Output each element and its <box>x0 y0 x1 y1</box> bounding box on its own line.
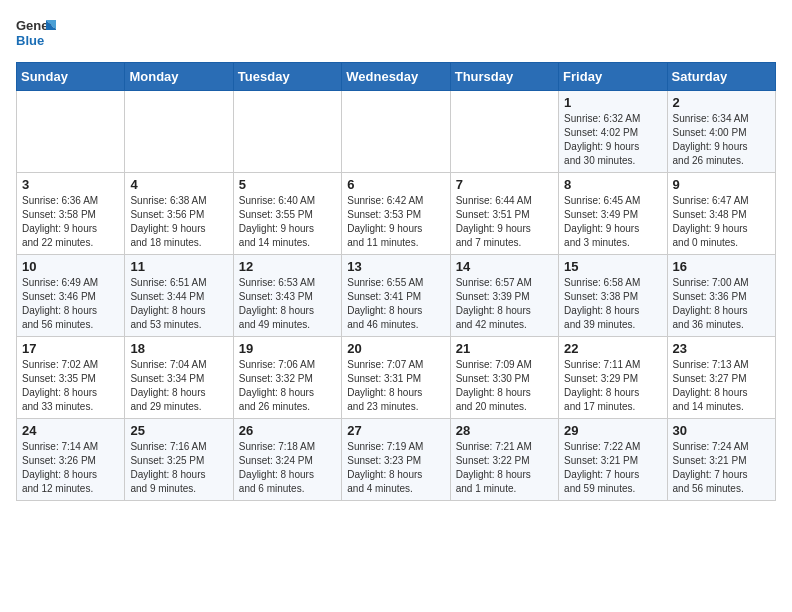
day-number: 26 <box>239 423 336 438</box>
day-info: Sunrise: 6:38 AMSunset: 3:56 PMDaylight:… <box>130 194 227 250</box>
day-number: 4 <box>130 177 227 192</box>
header-sunday: Sunday <box>17 63 125 91</box>
day-info: Sunrise: 7:04 AMSunset: 3:34 PMDaylight:… <box>130 358 227 414</box>
calendar-cell <box>125 91 233 173</box>
day-info: Sunrise: 7:02 AMSunset: 3:35 PMDaylight:… <box>22 358 119 414</box>
day-number: 23 <box>673 341 770 356</box>
calendar-cell <box>342 91 450 173</box>
calendar-cell: 6Sunrise: 6:42 AMSunset: 3:53 PMDaylight… <box>342 173 450 255</box>
day-number: 20 <box>347 341 444 356</box>
day-number: 28 <box>456 423 553 438</box>
calendar-cell: 15Sunrise: 6:58 AMSunset: 3:38 PMDayligh… <box>559 255 667 337</box>
calendar-cell: 17Sunrise: 7:02 AMSunset: 3:35 PMDayligh… <box>17 337 125 419</box>
calendar-cell <box>17 91 125 173</box>
header-saturday: Saturday <box>667 63 775 91</box>
day-number: 6 <box>347 177 444 192</box>
day-number: 3 <box>22 177 119 192</box>
day-info: Sunrise: 6:55 AMSunset: 3:41 PMDaylight:… <box>347 276 444 332</box>
day-info: Sunrise: 6:44 AMSunset: 3:51 PMDaylight:… <box>456 194 553 250</box>
header-thursday: Thursday <box>450 63 558 91</box>
calendar-cell: 19Sunrise: 7:06 AMSunset: 3:32 PMDayligh… <box>233 337 341 419</box>
day-number: 2 <box>673 95 770 110</box>
calendar-cell: 8Sunrise: 6:45 AMSunset: 3:49 PMDaylight… <box>559 173 667 255</box>
day-number: 25 <box>130 423 227 438</box>
day-info: Sunrise: 7:22 AMSunset: 3:21 PMDaylight:… <box>564 440 661 496</box>
day-info: Sunrise: 6:42 AMSunset: 3:53 PMDaylight:… <box>347 194 444 250</box>
calendar-cell: 7Sunrise: 6:44 AMSunset: 3:51 PMDaylight… <box>450 173 558 255</box>
calendar-cell: 23Sunrise: 7:13 AMSunset: 3:27 PMDayligh… <box>667 337 775 419</box>
calendar-cell: 3Sunrise: 6:36 AMSunset: 3:58 PMDaylight… <box>17 173 125 255</box>
day-number: 21 <box>456 341 553 356</box>
day-number: 17 <box>22 341 119 356</box>
logo: General Blue <box>16 16 56 52</box>
day-info: Sunrise: 7:09 AMSunset: 3:30 PMDaylight:… <box>456 358 553 414</box>
day-number: 22 <box>564 341 661 356</box>
day-number: 7 <box>456 177 553 192</box>
calendar-cell: 22Sunrise: 7:11 AMSunset: 3:29 PMDayligh… <box>559 337 667 419</box>
calendar-cell: 16Sunrise: 7:00 AMSunset: 3:36 PMDayligh… <box>667 255 775 337</box>
day-info: Sunrise: 6:47 AMSunset: 3:48 PMDaylight:… <box>673 194 770 250</box>
day-number: 29 <box>564 423 661 438</box>
calendar-cell <box>233 91 341 173</box>
day-info: Sunrise: 7:21 AMSunset: 3:22 PMDaylight:… <box>456 440 553 496</box>
day-info: Sunrise: 7:00 AMSunset: 3:36 PMDaylight:… <box>673 276 770 332</box>
day-number: 8 <box>564 177 661 192</box>
day-number: 11 <box>130 259 227 274</box>
day-info: Sunrise: 7:14 AMSunset: 3:26 PMDaylight:… <box>22 440 119 496</box>
day-info: Sunrise: 7:18 AMSunset: 3:24 PMDaylight:… <box>239 440 336 496</box>
day-number: 16 <box>673 259 770 274</box>
logo-svg: General Blue <box>16 16 56 52</box>
calendar-cell: 5Sunrise: 6:40 AMSunset: 3:55 PMDaylight… <box>233 173 341 255</box>
svg-text:Blue: Blue <box>16 33 44 48</box>
calendar-week-5: 24Sunrise: 7:14 AMSunset: 3:26 PMDayligh… <box>17 419 776 501</box>
calendar-cell: 1Sunrise: 6:32 AMSunset: 4:02 PMDaylight… <box>559 91 667 173</box>
day-number: 9 <box>673 177 770 192</box>
day-number: 30 <box>673 423 770 438</box>
calendar-cell: 18Sunrise: 7:04 AMSunset: 3:34 PMDayligh… <box>125 337 233 419</box>
header-tuesday: Tuesday <box>233 63 341 91</box>
calendar-cell: 9Sunrise: 6:47 AMSunset: 3:48 PMDaylight… <box>667 173 775 255</box>
day-number: 12 <box>239 259 336 274</box>
day-info: Sunrise: 6:45 AMSunset: 3:49 PMDaylight:… <box>564 194 661 250</box>
calendar-cell: 10Sunrise: 6:49 AMSunset: 3:46 PMDayligh… <box>17 255 125 337</box>
day-number: 5 <box>239 177 336 192</box>
calendar-cell: 25Sunrise: 7:16 AMSunset: 3:25 PMDayligh… <box>125 419 233 501</box>
day-info: Sunrise: 6:51 AMSunset: 3:44 PMDaylight:… <box>130 276 227 332</box>
calendar-cell: 4Sunrise: 6:38 AMSunset: 3:56 PMDaylight… <box>125 173 233 255</box>
calendar-cell: 30Sunrise: 7:24 AMSunset: 3:21 PMDayligh… <box>667 419 775 501</box>
day-info: Sunrise: 6:36 AMSunset: 3:58 PMDaylight:… <box>22 194 119 250</box>
calendar-cell: 29Sunrise: 7:22 AMSunset: 3:21 PMDayligh… <box>559 419 667 501</box>
calendar-cell: 14Sunrise: 6:57 AMSunset: 3:39 PMDayligh… <box>450 255 558 337</box>
day-info: Sunrise: 7:13 AMSunset: 3:27 PMDaylight:… <box>673 358 770 414</box>
day-info: Sunrise: 7:19 AMSunset: 3:23 PMDaylight:… <box>347 440 444 496</box>
day-info: Sunrise: 6:40 AMSunset: 3:55 PMDaylight:… <box>239 194 336 250</box>
calendar-cell: 2Sunrise: 6:34 AMSunset: 4:00 PMDaylight… <box>667 91 775 173</box>
day-number: 19 <box>239 341 336 356</box>
day-info: Sunrise: 6:49 AMSunset: 3:46 PMDaylight:… <box>22 276 119 332</box>
day-number: 27 <box>347 423 444 438</box>
calendar-cell: 27Sunrise: 7:19 AMSunset: 3:23 PMDayligh… <box>342 419 450 501</box>
day-number: 18 <box>130 341 227 356</box>
header-wednesday: Wednesday <box>342 63 450 91</box>
day-info: Sunrise: 7:06 AMSunset: 3:32 PMDaylight:… <box>239 358 336 414</box>
calendar-cell: 13Sunrise: 6:55 AMSunset: 3:41 PMDayligh… <box>342 255 450 337</box>
calendar-week-1: 1Sunrise: 6:32 AMSunset: 4:02 PMDaylight… <box>17 91 776 173</box>
day-info: Sunrise: 6:34 AMSunset: 4:00 PMDaylight:… <box>673 112 770 168</box>
calendar-week-2: 3Sunrise: 6:36 AMSunset: 3:58 PMDaylight… <box>17 173 776 255</box>
day-number: 13 <box>347 259 444 274</box>
day-number: 10 <box>22 259 119 274</box>
calendar-cell: 24Sunrise: 7:14 AMSunset: 3:26 PMDayligh… <box>17 419 125 501</box>
header-monday: Monday <box>125 63 233 91</box>
day-number: 24 <box>22 423 119 438</box>
calendar-week-3: 10Sunrise: 6:49 AMSunset: 3:46 PMDayligh… <box>17 255 776 337</box>
day-number: 15 <box>564 259 661 274</box>
header-friday: Friday <box>559 63 667 91</box>
day-info: Sunrise: 6:58 AMSunset: 3:38 PMDaylight:… <box>564 276 661 332</box>
day-info: Sunrise: 7:24 AMSunset: 3:21 PMDaylight:… <box>673 440 770 496</box>
calendar-header-row: SundayMondayTuesdayWednesdayThursdayFrid… <box>17 63 776 91</box>
day-info: Sunrise: 7:11 AMSunset: 3:29 PMDaylight:… <box>564 358 661 414</box>
day-number: 14 <box>456 259 553 274</box>
calendar-week-4: 17Sunrise: 7:02 AMSunset: 3:35 PMDayligh… <box>17 337 776 419</box>
calendar-cell: 11Sunrise: 6:51 AMSunset: 3:44 PMDayligh… <box>125 255 233 337</box>
day-info: Sunrise: 7:07 AMSunset: 3:31 PMDaylight:… <box>347 358 444 414</box>
